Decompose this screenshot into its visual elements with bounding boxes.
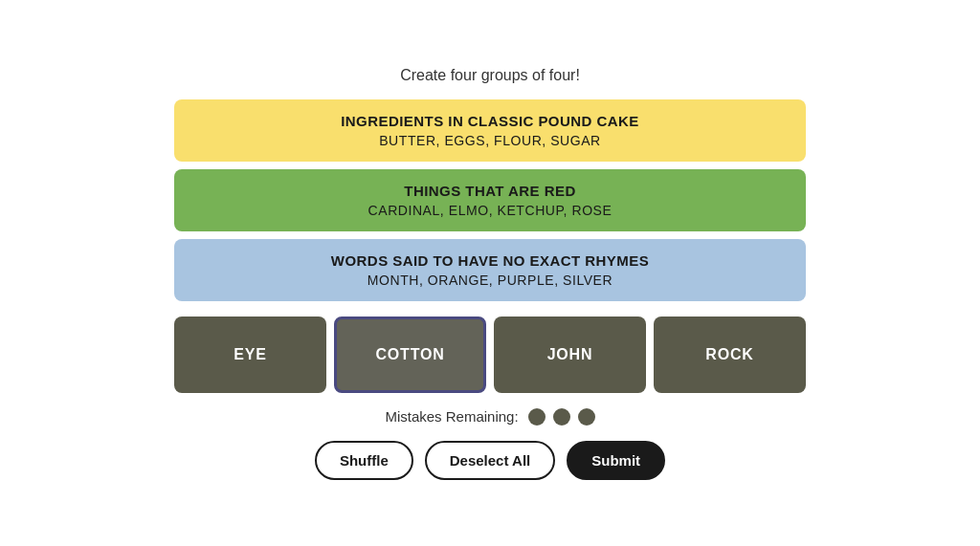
tile-label-john: JOHN [547, 346, 593, 363]
tile-label-cotton: COTTON [375, 346, 444, 363]
mistakes-label: Mistakes Remaining: [385, 408, 518, 425]
submit-button[interactable]: Submit [567, 441, 665, 480]
mistake-dot-0 [528, 408, 546, 426]
mistakes-row: Mistakes Remaining: [385, 408, 594, 426]
mistake-dots [528, 408, 595, 426]
group-title-green: THINGS THAT ARE RED [193, 183, 787, 199]
mistake-dot-1 [553, 408, 570, 426]
group-card-yellow: INGREDIENTS IN CLASSIC POUND CAKEBUTTER,… [174, 99, 806, 162]
group-items-yellow: BUTTER, EGGS, FLOUR, SUGAR [193, 133, 787, 148]
tile-label-eye: EYE [234, 346, 266, 363]
tile-cotton[interactable]: COTTON [334, 317, 486, 393]
buttons-row: Shuffle Deselect All Submit [315, 441, 665, 480]
group-title-yellow: INGREDIENTS IN CLASSIC POUND CAKE [193, 113, 787, 129]
group-card-green: THINGS THAT ARE REDCARDINAL, ELMO, KETCH… [174, 169, 806, 231]
mistake-dot-2 [578, 408, 595, 426]
tiles-row: EYECOTTONJOHNROCK [174, 317, 806, 393]
tile-eye[interactable]: EYE [174, 317, 326, 393]
group-items-blue: MONTH, ORANGE, PURPLE, SILVER [193, 273, 787, 288]
groups-area: INGREDIENTS IN CLASSIC POUND CAKEBUTTER,… [174, 99, 806, 301]
group-card-blue: WORDS SAID TO HAVE NO EXACT RHYMESMONTH,… [174, 239, 806, 301]
game-container: Create four groups of four! INGREDIENTS … [174, 67, 806, 480]
tile-rock[interactable]: ROCK [654, 317, 806, 393]
tile-label-rock: ROCK [705, 346, 753, 363]
group-items-green: CARDINAL, ELMO, KETCHUP, ROSE [193, 203, 787, 218]
tile-john[interactable]: JOHN [494, 317, 646, 393]
instruction-text: Create four groups of four! [400, 67, 580, 84]
deselect-all-button[interactable]: Deselect All [425, 441, 556, 480]
shuffle-button[interactable]: Shuffle [315, 441, 413, 480]
group-title-blue: WORDS SAID TO HAVE NO EXACT RHYMES [193, 252, 787, 269]
